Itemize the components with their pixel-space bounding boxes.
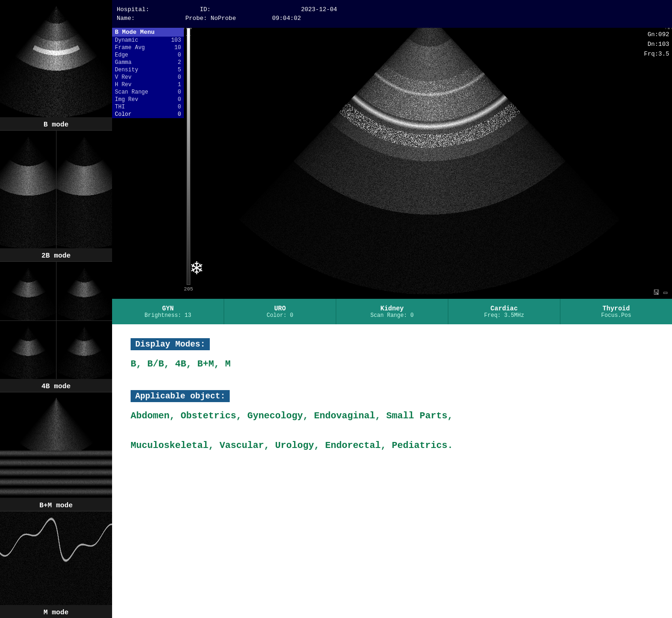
frq-value: Frq:3.5 bbox=[644, 50, 669, 59]
value: 5 bbox=[178, 67, 181, 73]
main-us-canvas bbox=[193, 28, 666, 294]
preset-cardiac[interactable]: Cardiac Freq: 3.5MHz bbox=[448, 299, 560, 324]
preset-thyroid-value: Focus.Pos bbox=[601, 312, 631, 319]
label: Density bbox=[115, 67, 138, 73]
2b-mode-thumbnail[interactable]: 2B mode bbox=[0, 131, 112, 261]
freeze-icon[interactable]: ❄ bbox=[191, 256, 202, 280]
gn-value: Gn:092 bbox=[644, 30, 669, 40]
menu-item-dynamic[interactable]: Dynamic 103 bbox=[112, 37, 184, 44]
ultrasound-image bbox=[193, 28, 666, 294]
value: 0 bbox=[178, 52, 181, 58]
depth-value: 205 bbox=[184, 286, 193, 292]
time: 09:04:02 bbox=[272, 15, 301, 22]
menu-item-imgrev[interactable]: Img Rev 0 bbox=[112, 96, 184, 103]
preset-thyroid-name: Thyroid bbox=[603, 305, 630, 312]
2b-mode-label: 2B mode bbox=[0, 250, 112, 261]
value: 0 bbox=[178, 89, 181, 95]
2b-mode-canvas bbox=[0, 131, 112, 248]
label: Scan Range bbox=[115, 89, 148, 95]
preset-gyn-value: Brightness: 13 bbox=[144, 312, 191, 319]
label: THI bbox=[115, 104, 125, 110]
bottom-info: Display Modes: B, B/B, 4B, B+M, M Applic… bbox=[112, 324, 672, 618]
value: 10 bbox=[175, 44, 181, 51]
display-modes-section: Display Modes: B, B/B, 4B, B+M, M bbox=[131, 338, 653, 372]
header-left: Hospital: ID: 2023-12-04 Name: Probe: No… bbox=[117, 6, 667, 22]
save-icon: 🖫 bbox=[653, 289, 659, 296]
menu-item-gamma[interactable]: Gamma 2 bbox=[112, 59, 184, 66]
depth-bar bbox=[187, 28, 190, 285]
battery-icon: ▭ bbox=[664, 289, 667, 296]
name-info: Name: Probe: NoProbe 09:04:02 bbox=[117, 15, 667, 22]
preset-cardiac-value: Freq: 3.5MHz bbox=[484, 312, 524, 319]
preset-uro-value: Color: 0 bbox=[267, 312, 294, 319]
menu-item-density[interactable]: Density 5 bbox=[112, 66, 184, 74]
main-display: Hospital: ID: 2023-12-04 Name: Probe: No… bbox=[112, 0, 672, 324]
preset-uro[interactable]: URO Color: 0 bbox=[224, 299, 336, 324]
menu-item-vrev[interactable]: V Rev 0 bbox=[112, 74, 184, 81]
preset-thyroid[interactable]: Thyroid Focus.Pos bbox=[560, 299, 672, 324]
preset-kidney-name: Kidney bbox=[380, 305, 403, 312]
dn-value: Dn:103 bbox=[644, 40, 669, 50]
bm-mode-canvas bbox=[0, 392, 112, 498]
probe-label: Probe: NoProbe bbox=[185, 15, 236, 22]
value: 1 bbox=[178, 82, 181, 88]
4b-mode-label: 4B mode bbox=[0, 381, 112, 392]
hospital-label: Hospital: bbox=[117, 6, 149, 13]
preset-kidney-value: Scan Range: 0 bbox=[371, 312, 414, 319]
bm-mode-thumbnail[interactable]: B+M mode bbox=[0, 392, 112, 511]
b-mode-menu: B Mode Menu Dynamic 103 Frame Avg 10 Edg… bbox=[112, 28, 184, 118]
hospital-info: Hospital: ID: 2023-12-04 bbox=[117, 6, 667, 13]
name-label: Name: bbox=[117, 15, 135, 22]
label: Gamma bbox=[115, 59, 132, 66]
left-panel: B mode 2B mode 4B mode B+M mode M mode bbox=[0, 0, 112, 618]
menu-item-hrev[interactable]: H Rev 1 bbox=[112, 81, 184, 88]
label: Edge bbox=[115, 52, 128, 58]
bm-mode-label: B+M mode bbox=[0, 500, 112, 511]
menu-item-frameavg[interactable]: Frame Avg 10 bbox=[112, 44, 184, 51]
value: 0 bbox=[178, 96, 181, 103]
applicable-heading: Applicable object: bbox=[131, 390, 230, 402]
m-mode-thumbnail[interactable]: M mode bbox=[0, 511, 112, 618]
id-label: ID: bbox=[200, 6, 210, 13]
display-modes-content: B, B/B, 4B, B+M, M bbox=[131, 357, 653, 372]
b-mode-label: B mode bbox=[0, 119, 112, 130]
value: 0 bbox=[178, 104, 181, 110]
menu-item-thi[interactable]: THI 0 bbox=[112, 103, 184, 111]
preset-uro-name: URO bbox=[274, 305, 286, 312]
menu-title: B Mode Menu bbox=[112, 28, 184, 37]
value: 0 bbox=[178, 74, 181, 81]
label: Color bbox=[115, 111, 132, 118]
menu-item-edge[interactable]: Edge 0 bbox=[112, 51, 184, 59]
display-modes-heading: Display Modes: bbox=[131, 338, 210, 350]
preset-gyn-name: GYN bbox=[162, 305, 174, 312]
preset-gyn[interactable]: GYN Brightness: 13 bbox=[112, 299, 224, 324]
value: 2 bbox=[178, 59, 181, 66]
label: Frame Avg bbox=[115, 44, 145, 51]
b-mode-thumbnail[interactable]: B mode bbox=[0, 0, 112, 131]
bottom-icons: 🖫 ▭ bbox=[653, 289, 667, 296]
header-bar: Hospital: ID: 2023-12-04 Name: Probe: No… bbox=[112, 0, 672, 28]
m-mode-canvas bbox=[0, 511, 112, 605]
label: V Rev bbox=[115, 74, 132, 81]
4b-mode-thumbnail[interactable]: 4B mode bbox=[0, 262, 112, 392]
applicable-content: Abdomen, Obstetrics, Gynecology, Endovag… bbox=[131, 409, 653, 453]
menu-item-color[interactable]: Color 0 bbox=[112, 111, 184, 118]
menu-item-scanrange[interactable]: Scan Range 0 bbox=[112, 88, 184, 96]
depth-scale: 205 bbox=[184, 28, 193, 292]
preset-cardiac-name: Cardiac bbox=[490, 305, 518, 312]
b-mode-canvas bbox=[0, 0, 112, 117]
value: 0 bbox=[178, 111, 181, 118]
preset-bar: GYN Brightness: 13 URO Color: 0 Kidney S… bbox=[112, 299, 672, 324]
4b-mode-canvas bbox=[0, 262, 112, 379]
label: Dynamic bbox=[115, 37, 138, 44]
label: H Rev bbox=[115, 82, 132, 88]
preset-kidney[interactable]: Kidney Scan Range: 0 bbox=[336, 299, 448, 324]
m-mode-label: M mode bbox=[0, 607, 112, 618]
date: 2023-12-04 bbox=[301, 6, 337, 13]
tech-info: Gn:092 Dn:103 Frq:3.5 bbox=[644, 30, 669, 59]
label: Img Rev bbox=[115, 96, 138, 103]
applicable-section: Applicable object: Abdomen, Obstetrics, … bbox=[131, 390, 653, 453]
value: 103 bbox=[171, 37, 181, 44]
